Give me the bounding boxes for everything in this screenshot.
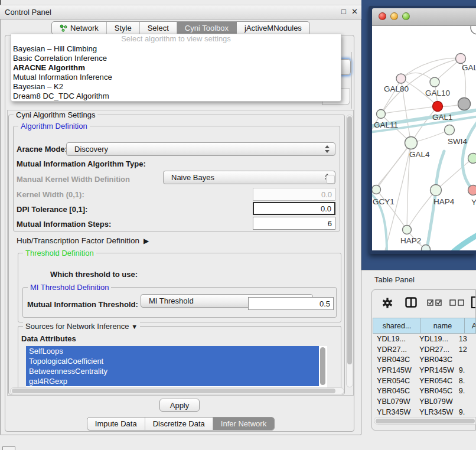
data-attributes-list[interactable]: SelfLoops TopologicalCoefficient Between… [26,346,327,387]
tab-discretize-data[interactable]: Discretize Data [145,418,213,430]
table-row[interactable]: YLR345WYLR345W9. [373,407,476,417]
table-row[interactable]: YBR045CYBR045C9. [373,386,476,396]
mi-steps-label: Mutual Information Steps: [17,220,111,229]
list-item[interactable]: TopologicalCoefficient [26,356,319,366]
kernel-width-field[interactable]: 0.0 [253,188,335,201]
node-gal11[interactable] [377,110,386,119]
new-table-icon[interactable] [471,296,475,309]
table-panel-title: Table Panel [374,275,415,284]
algorithm-option[interactable]: Mutual Information Inference [11,73,341,82]
node-bottom-partial[interactable] [422,245,431,251]
tab-select[interactable]: Select [140,22,177,34]
network-highlight-edges [372,110,476,250]
aracne-mode-combo[interactable]: Discovery [66,142,335,156]
mi-algorithm-type-combo[interactable]: Naive Bayes [163,171,335,184]
node-gray[interactable] [458,98,471,110]
node-label: GAL10 [425,89,450,97]
node-gal4[interactable] [405,137,418,149]
minimize-traffic-light-icon[interactable] [390,12,398,20]
control-panel-titlebar[interactable]: Control Panel □ ✕ [0,5,361,19]
node-gal1[interactable] [433,102,443,112]
table-row[interactable]: YPR145WYPR145W9. [373,365,476,376]
columns-icon[interactable] [405,297,417,308]
table-row[interactable]: YBR043CYBR043C [373,354,476,365]
node-label: GAL4 [409,150,430,159]
network-node-labels: GAL GAL80 GAL10 GAL1 GAL11 SWI4 GAL4 GCY… [373,63,476,245]
node-gal10[interactable] [430,77,439,87]
algorithm-option[interactable]: Bayesian – K2 [11,82,341,92]
algorithm-option[interactable]: Basic Correlation Inference [11,54,341,63]
tab-network[interactable]: Network [52,22,107,34]
mi-threshold-label: Mutual Information Threshold: [27,300,138,309]
node-green-partial[interactable] [468,154,476,164]
deselect-checkboxes-icon[interactable] [449,299,465,306]
hub-factor-section-header[interactable]: Hub/Transcription Factor Definition ▶ [17,236,149,245]
settings-hscrollbar-thumb[interactable] [12,389,335,393]
algorithm-option[interactable]: Dream8 DC_TDC Algorithm [11,92,341,101]
table-row[interactable]: YDR27...YDR27...12 [373,344,476,355]
minimized-panel-fragment[interactable] [2,446,15,450]
column-header-name[interactable]: name [420,318,465,334]
table-row[interactable]: YER054CYER054C8. [373,376,476,386]
network-window-titlebar[interactable] [372,8,476,26]
tab-infer-network[interactable]: Infer Network [213,418,274,430]
top-tabbar: Network Style Select Cyni Toolbox jActiv… [0,21,361,35]
manual-kernel-checkbox[interactable] [326,175,335,184]
close-traffic-light-icon[interactable] [379,12,386,20]
apply-button[interactable]: Apply [159,399,200,412]
node-label: GAL [462,63,476,72]
combo-arrows-icon [325,145,330,154]
dpi-tolerance-label: DPI Tolerance [0,1]: [17,205,87,214]
node-hap4[interactable] [431,185,442,196]
dpi-tolerance-field[interactable]: 0.0 [253,202,335,215]
mi-threshold-definition-title: MI Threshold Definition [28,283,111,292]
list-item[interactable]: BetweennessCentrality [26,366,319,376]
tab-style[interactable]: Style [107,22,140,34]
node-hap2[interactable] [403,226,412,234]
column-header-shared-name[interactable]: shared... [373,318,421,334]
node-gcy1[interactable] [372,185,381,194]
settings-vscrollbar-track[interactable] [346,115,353,387]
sources-title: Sources for Network Inference [25,322,129,331]
node-partial[interactable] [471,26,476,34]
settings-hscrollbar-track[interactable] [10,387,344,394]
settings-vscrollbar-thumb[interactable] [347,116,352,364]
tab-jactivemnodules[interactable]: jActiveMNodules [237,22,309,34]
list-scrollbar[interactable] [320,347,325,385]
tab-cyni-toolbox[interactable]: Cyni Toolbox [177,22,237,34]
settings-group-title: Cyni Algorithm Settings [14,110,97,119]
mi-threshold-field[interactable]: 0.5 [248,297,334,310]
select-all-checkboxes-icon[interactable] [427,299,442,306]
node-label: HAP2 [400,236,421,245]
zoom-traffic-light-icon[interactable] [402,12,410,20]
table-row[interactable]: YBL079WYBL079W [373,396,476,407]
tab-impute-data[interactable]: Impute Data [87,418,145,430]
screen: Control Panel □ ✕ Network Style Select C… [0,0,476,450]
restore-icon[interactable]: □ [341,7,346,16]
hub-factor-label: Hub/Transcription Factor Definition [17,236,139,245]
bottom-tabbar: Impute Data Discretize Data Infer Networ… [0,417,361,431]
table-row[interactable]: YDL19...YDL19...13 [373,334,476,344]
algorithm-option[interactable]: Bayesian – Hill Climbing [11,44,341,54]
node-label: Y [471,198,476,207]
groupbox-edge-fragment [351,52,353,109]
list-item[interactable]: SelfLoops [26,346,319,356]
table-hscrollbar-track[interactable] [374,417,476,425]
close-icon[interactable]: ✕ [351,7,358,16]
node-salmon[interactable] [468,185,476,195]
node-gal-partial[interactable] [456,54,466,64]
network-icon [60,24,67,32]
network-canvas[interactable]: GAL GAL80 GAL10 GAL1 GAL11 SWI4 GAL4 GCY… [372,26,476,250]
table-hscrollbar-thumb[interactable] [376,419,475,423]
column-header-partial[interactable]: A [464,318,476,334]
chevron-right-icon[interactable]: ▶ [144,237,149,245]
mi-steps-field[interactable]: 6 [253,217,335,230]
table-body[interactable]: YDL19...YDL19...13 YDR27...YDR27...12 YB… [373,334,476,417]
list-item[interactable]: gal4RGexp [26,376,319,386]
algorithm-option-selected[interactable]: ARACNE Algorithm [11,63,341,73]
chevron-down-icon[interactable]: ▼ [131,323,138,330]
node-gal80[interactable] [396,74,406,83]
control-panel-title: Control Panel [5,8,51,17]
gear-icon[interactable] [382,298,393,308]
node-swi4[interactable] [445,125,455,135]
